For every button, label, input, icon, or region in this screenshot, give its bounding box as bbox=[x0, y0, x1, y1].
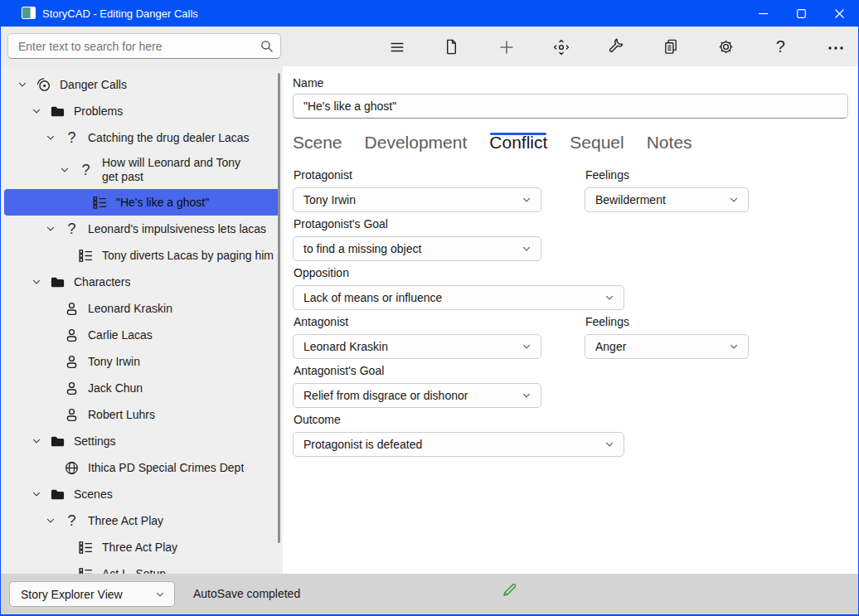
tree-item-label: Scenes bbox=[74, 487, 113, 501]
chevron-down-icon[interactable] bbox=[44, 131, 57, 144]
move-icon[interactable] bbox=[551, 36, 571, 57]
antagonist-feelings-label: Feelings bbox=[585, 315, 749, 328]
chevron-down-icon[interactable] bbox=[30, 434, 43, 448]
tree-item-setting[interactable]: Ithica PD Special Crimes Dept bbox=[4, 454, 279, 481]
tree-item-label: Characters bbox=[74, 275, 130, 289]
folder-icon bbox=[50, 274, 66, 290]
chevron-down-icon bbox=[522, 390, 531, 400]
opposition-dropdown[interactable]: Lack of means or influence bbox=[293, 285, 624, 310]
folder-icon bbox=[50, 487, 66, 502]
tree-item-label: Three Act Play bbox=[88, 514, 163, 527]
problem-icon: ? bbox=[78, 162, 94, 178]
settings-icon[interactable] bbox=[716, 36, 736, 57]
reports-icon[interactable] bbox=[661, 36, 682, 57]
protagonist-feelings-dropdown[interactable]: Bewilderment bbox=[585, 187, 749, 212]
antagonist-goal-label: Antagonist's Goal bbox=[294, 364, 848, 377]
protagonist-goal-label: Protagonist's Goal bbox=[294, 217, 848, 230]
help-icon[interactable]: ? bbox=[770, 36, 791, 57]
tools-icon[interactable] bbox=[606, 36, 627, 57]
story-overview-icon bbox=[36, 77, 51, 93]
problem-icon: ? bbox=[64, 130, 80, 146]
tree-item-label: Tony Irwin bbox=[88, 355, 140, 368]
tree-item-character[interactable]: Jack Chun bbox=[4, 375, 279, 401]
close-icon bbox=[835, 9, 844, 18]
character-icon bbox=[64, 327, 80, 343]
tree-item-label: Carlie Lacas bbox=[88, 328, 153, 342]
tree-item-label: Act I - Setup bbox=[102, 567, 166, 574]
tree-item-settings-folder[interactable]: Settings bbox=[4, 428, 279, 454]
app-window: StoryCAD - Editing Danger Calls bbox=[0, 0, 859, 616]
tree-item-problem[interactable]: ? Three Act Play bbox=[4, 507, 279, 534]
tab-conflict[interactable]: Conflict bbox=[489, 133, 547, 159]
tab-notes[interactable]: Notes bbox=[647, 133, 692, 159]
add-icon[interactable] bbox=[496, 36, 517, 57]
protagonist-dropdown[interactable]: Tony Irwin bbox=[293, 187, 541, 212]
view-selector-value: Story Explorer View bbox=[21, 588, 123, 601]
tree-item-label: Catching the drug dealer Lacas bbox=[88, 131, 250, 144]
tree-item-character[interactable]: Leonard Kraskin bbox=[4, 295, 279, 322]
tab-development[interactable]: Development bbox=[365, 133, 468, 159]
antagonist-feelings-value: Anger bbox=[595, 340, 626, 353]
tab-sequel[interactable]: Sequel bbox=[570, 133, 624, 159]
tree-item-scene[interactable]: Three Act Play bbox=[4, 534, 279, 560]
maximize-icon bbox=[797, 9, 806, 18]
tree-item-label: Problems bbox=[74, 104, 123, 118]
tree-item-problem[interactable]: ? Catching the drug dealer Lacas bbox=[4, 124, 279, 151]
search-input[interactable] bbox=[7, 33, 281, 59]
tree-item-characters-folder[interactable]: Characters bbox=[4, 269, 279, 295]
scene-icon bbox=[78, 248, 94, 264]
scene-icon bbox=[92, 195, 108, 211]
protagonist-label: Protagonist bbox=[294, 168, 541, 182]
tree-scrollbar[interactable] bbox=[278, 73, 280, 543]
chevron-down-icon[interactable] bbox=[58, 163, 71, 177]
edit-pencil-icon bbox=[500, 580, 520, 599]
tree-item-label: Settings bbox=[74, 434, 116, 448]
autosave-status: AutoSave completed bbox=[193, 587, 300, 600]
chevron-down-icon bbox=[522, 195, 531, 205]
menu-icon[interactable] bbox=[386, 36, 407, 57]
tree-item-scenes-folder[interactable]: Scenes bbox=[4, 481, 279, 507]
tree-item-scene[interactable]: Act I - Setup bbox=[4, 560, 279, 574]
tree-item-character[interactable]: Robert Luhrs bbox=[4, 401, 279, 428]
outcome-dropdown[interactable]: Protagonist is defeated bbox=[293, 432, 624, 457]
chevron-down-icon bbox=[604, 439, 614, 449]
window-title: StoryCAD - Editing Danger Calls bbox=[42, 7, 198, 20]
character-icon bbox=[64, 381, 80, 396]
more-icon[interactable] bbox=[825, 36, 846, 57]
chevron-down-icon[interactable] bbox=[44, 222, 57, 235]
antagonist-goal-value: Relief from disgrace or dishonor bbox=[303, 389, 468, 402]
protagonist-goal-dropdown[interactable]: to find a missing object bbox=[293, 236, 541, 261]
tree-item-problem[interactable]: ? How will Leonard and Tony get past bbox=[4, 151, 279, 189]
tree-item-problems-folder[interactable]: Problems bbox=[4, 98, 279, 124]
antagonist-goal-dropdown[interactable]: Relief from disgrace or dishonor bbox=[293, 383, 541, 408]
tree-item-scene-selected[interactable]: "He's like a ghost" bbox=[4, 189, 279, 216]
tree-item-label: Three Act Play bbox=[102, 541, 177, 554]
chevron-down-icon[interactable] bbox=[30, 275, 43, 289]
antagonist-value: Leonard Kraskin bbox=[303, 340, 388, 353]
chevron-down-icon[interactable] bbox=[30, 487, 43, 501]
tree-item-story-overview[interactable]: Danger Calls bbox=[4, 71, 279, 98]
name-input[interactable] bbox=[293, 94, 848, 119]
tree-item-character[interactable]: Tony Irwin bbox=[4, 348, 279, 375]
tree-item-label: Robert Luhrs bbox=[88, 408, 155, 421]
tree-item-problem[interactable]: ? Leonard's impulsiveness lets lacas bbox=[4, 216, 279, 242]
folder-icon bbox=[50, 104, 66, 119]
chevron-down-icon[interactable] bbox=[16, 78, 29, 91]
chevron-down-icon[interactable] bbox=[30, 104, 43, 118]
protagonist-feelings-value: Bewilderment bbox=[595, 193, 666, 206]
antagonist-feelings-dropdown[interactable]: Anger bbox=[585, 334, 749, 359]
view-selector-dropdown[interactable]: Story Explorer View bbox=[9, 581, 175, 607]
search-icon[interactable] bbox=[260, 40, 273, 52]
tree-item-scene[interactable]: Tony diverts Lacas by paging him bbox=[4, 242, 279, 269]
protagonist-value: Tony Irwin bbox=[303, 193, 356, 206]
tree-item-character[interactable]: Carlie Lacas bbox=[4, 322, 279, 348]
minimize-button[interactable] bbox=[744, 0, 782, 27]
antagonist-dropdown[interactable]: Leonard Kraskin bbox=[293, 334, 541, 359]
chevron-down-icon[interactable] bbox=[44, 514, 57, 527]
tab-scene[interactable]: Scene bbox=[293, 133, 342, 159]
maximize-button[interactable] bbox=[782, 0, 820, 27]
close-button[interactable] bbox=[820, 0, 858, 27]
titlebar: StoryCAD - Editing Danger Calls bbox=[1, 0, 858, 27]
character-icon bbox=[64, 301, 80, 317]
file-icon[interactable] bbox=[441, 36, 462, 57]
